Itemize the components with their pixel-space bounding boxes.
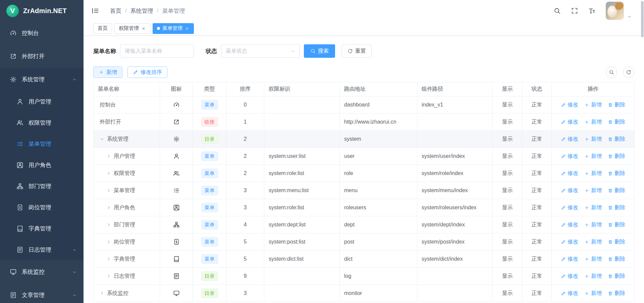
table-row-post: 岗位管理菜单5system:post:listpostsystem/post/i…: [94, 233, 635, 251]
row-add-link[interactable]: 新增: [584, 119, 602, 126]
avatar[interactable]: [606, 2, 624, 20]
row-add-link[interactable]: 新增: [584, 290, 602, 297]
row-edit-link[interactable]: 修改: [561, 204, 578, 211]
user-menu-caret-icon[interactable]: [627, 14, 632, 19]
logo[interactable]: V ZrAdmin.NET: [0, 0, 84, 21]
plus-icon: [584, 154, 589, 159]
row-add-link[interactable]: 新增: [584, 101, 602, 109]
tab-role[interactable]: 权限管理: [114, 23, 150, 34]
row-edit-link[interactable]: 修改: [561, 170, 578, 177]
menu-users-icon: [173, 170, 180, 177]
row-edit-link[interactable]: 修改: [561, 101, 578, 109]
row-expand-icon[interactable]: [106, 205, 111, 210]
row-add-link[interactable]: 新增: [584, 256, 602, 263]
row-delete-link[interactable]: 删除: [608, 221, 625, 228]
status-value: 正常: [522, 233, 552, 251]
row-add-link[interactable]: 新增: [584, 204, 602, 211]
row-expand-icon[interactable]: [106, 257, 111, 261]
row-expand-icon[interactable]: [106, 188, 111, 193]
row-collapse-icon[interactable]: [100, 137, 104, 141]
row-delete-link[interactable]: 删除: [608, 256, 625, 263]
row-add-link[interactable]: 新增: [584, 187, 602, 194]
row-delete-link[interactable]: 删除: [608, 204, 625, 211]
row-delete-link[interactable]: 删除: [608, 119, 625, 126]
row-edit-link[interactable]: 修改: [561, 119, 578, 126]
menu-name-input[interactable]: [120, 44, 194, 58]
row-edit-link[interactable]: 修改: [561, 221, 578, 228]
sidebar-item-log[interactable]: 日志管理: [0, 239, 84, 260]
row-edit-link[interactable]: 修改: [561, 256, 578, 263]
row-edit-link[interactable]: 修改: [561, 290, 578, 297]
sidebar-item-monitor[interactable]: 系统监控: [0, 260, 84, 284]
row-expand-icon[interactable]: [106, 240, 111, 244]
row-add-link[interactable]: 新增: [584, 153, 602, 160]
sidebar-toggle-icon[interactable]: [91, 7, 99, 15]
users-icon: [16, 119, 23, 126]
sidebar-item-label: 部门管理: [29, 182, 51, 190]
row-expand-icon[interactable]: [106, 222, 111, 227]
row-delete-link[interactable]: 删除: [608, 170, 625, 177]
sidebar-item-article[interactable]: 文章管理: [0, 284, 84, 303]
row-add-link[interactable]: 新增: [584, 273, 602, 280]
tab-home[interactable]: 首页: [93, 23, 112, 34]
tab-menu[interactable]: 菜单管理: [153, 23, 194, 34]
row-expand-icon[interactable]: [106, 154, 111, 159]
add-button-label: 新增: [106, 69, 117, 76]
row-delete-link[interactable]: 删除: [608, 239, 625, 246]
sidebar-item-roleusers[interactable]: 用户角色: [0, 155, 84, 176]
row-expand-icon[interactable]: [100, 291, 104, 296]
row-add-link[interactable]: 新增: [584, 221, 602, 228]
plus-icon: [584, 222, 589, 227]
header-search-icon[interactable]: [553, 7, 561, 14]
add-button[interactable]: 新增: [93, 67, 122, 78]
row-edit-link[interactable]: 修改: [561, 153, 578, 160]
row-edit-link[interactable]: 修改: [561, 273, 578, 280]
fullscreen-icon[interactable]: [571, 7, 578, 14]
row-delete-link[interactable]: 删除: [608, 187, 625, 194]
tab-close-icon[interactable]: [185, 26, 190, 31]
breadcrumb-item[interactable]: 系统管理: [130, 7, 153, 15]
refresh-icon: [626, 70, 631, 75]
reset-button[interactable]: 重置: [342, 44, 372, 58]
edit-sort-button[interactable]: 修改排序: [127, 67, 167, 78]
row-delete-link[interactable]: 删除: [608, 136, 625, 143]
row-edit-link[interactable]: 修改: [561, 239, 578, 246]
row-delete-link[interactable]: 删除: [608, 101, 625, 109]
row-edit-link[interactable]: 修改: [561, 136, 578, 143]
menu-external-icon: [173, 119, 180, 125]
refresh-table-button[interactable]: [623, 67, 634, 78]
toggle-search-button[interactable]: [606, 67, 617, 78]
sidebar-item-system[interactable]: 系统管理: [0, 68, 84, 91]
chevron-up-icon: [72, 77, 77, 82]
tab-close-icon[interactable]: [141, 26, 146, 31]
row-add-link[interactable]: 新增: [584, 170, 602, 177]
sidebar-item-dashboard[interactable]: 控制台: [0, 21, 84, 45]
edit-icon: [561, 205, 566, 210]
row-add-link[interactable]: 新增: [584, 239, 602, 246]
font-size-icon[interactable]: [588, 7, 596, 14]
search-button[interactable]: 搜索: [304, 44, 335, 58]
visible-value: 显示: [493, 165, 522, 182]
row-edit-link[interactable]: 修改: [561, 187, 578, 194]
row-delete-link[interactable]: 删除: [608, 273, 625, 280]
row-expand-icon[interactable]: [106, 274, 111, 278]
row-expand-icon[interactable]: [106, 171, 111, 176]
sidebar-item-dept[interactable]: 部门管理: [0, 176, 84, 197]
status-value: 正常: [522, 96, 552, 114]
status-select[interactable]: 菜单状态: [221, 44, 300, 58]
sidebar-item-user[interactable]: 用户管理: [0, 91, 84, 112]
sidebar-item-dict[interactable]: 字典管理: [0, 218, 84, 239]
page-scrollbar[interactable]: [641, 1, 644, 37]
sidebar-item-external[interactable]: 外部打开: [0, 45, 84, 68]
row-add-link[interactable]: 新增: [584, 136, 602, 143]
breadcrumb-item[interactable]: 首页: [110, 7, 121, 15]
sidebar-item-menu[interactable]: 菜单管理: [0, 133, 84, 155]
row-delete-link[interactable]: 删除: [608, 153, 625, 160]
visible-value: 显示: [493, 233, 522, 251]
route-value: http://www.izhaorui.cn: [340, 114, 417, 131]
plus-icon: [584, 205, 589, 210]
row-delete-link[interactable]: 删除: [608, 290, 625, 297]
sidebar-item-role[interactable]: 权限管理: [0, 112, 84, 133]
sidebar-item-post[interactable]: 岗位管理: [0, 197, 84, 218]
perm-value: [264, 285, 340, 302]
